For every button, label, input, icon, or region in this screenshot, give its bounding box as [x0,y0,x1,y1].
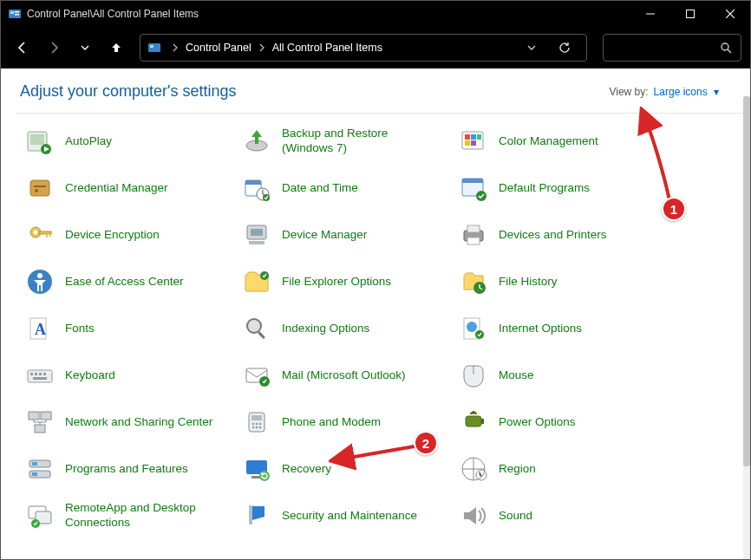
scrollbar[interactable] [743,96,750,559]
ease-icon [25,267,55,296]
cp-item-label: Date and Time [282,181,358,196]
cp-item-label: Indexing Options [282,322,369,336]
cp-item-indexing[interactable]: Indexing Options [238,311,455,346]
svg-rect-18 [30,180,49,196]
cp-item-filehistory[interactable]: File History [455,264,672,299]
cp-item-label: Recovery [282,462,331,477]
svg-rect-54 [43,373,46,375]
cp-item-label: Color Management [499,134,598,149]
back-button[interactable] [10,35,36,61]
svg-rect-6 [150,45,153,48]
recent-locations-button[interactable] [72,35,98,61]
close-button[interactable] [710,1,750,27]
cp-item-keyboard[interactable]: Keyboard [22,358,238,393]
cp-item-phone[interactable]: Phone and Modem [238,405,455,440]
svg-rect-13 [465,134,470,140]
cp-item-label: Default Programs [499,181,590,196]
maximize-button[interactable] [670,1,710,27]
svg-point-71 [472,411,475,414]
forward-button[interactable] [41,35,67,61]
cp-item-printers[interactable]: Devices and Printers [455,218,672,252]
cp-item-label: Credential Manager [65,181,168,196]
cp-item-network[interactable]: Network and Sharing Center [22,405,238,440]
cp-item-mouse[interactable]: Mouse [455,358,672,393]
search-box[interactable] [603,34,741,62]
mail-icon [242,361,271,390]
chevron-right-icon[interactable] [168,43,182,52]
svg-point-63 [252,423,255,426]
svg-rect-60 [35,425,45,433]
indexing-icon [242,314,271,343]
cp-item-encryption[interactable]: Device Encryption [22,218,238,252]
cp-item-label: RemoteApp and Desktop Connections [65,501,221,531]
address-bar[interactable]: Control Panel All Control Panel Items [140,34,587,62]
cp-item-security[interactable]: Security and Maintenance [238,498,455,533]
items-grid: AutoPlayBackup and Restore (Windows 7)Co… [20,124,743,533]
scrollbar-thumb[interactable] [743,96,750,466]
up-button[interactable] [103,35,129,61]
sound-icon [459,501,488,531]
cp-item-fonts[interactable]: AFonts [22,311,238,346]
chevron-right-icon[interactable] [255,43,269,52]
svg-rect-58 [29,412,39,420]
svg-point-40 [37,273,42,278]
cp-item-label: Power Options [499,415,576,430]
cp-item-folderopt[interactable]: File Explorer Options [238,264,455,299]
cp-item-autoplay[interactable]: AutoPlay [22,124,238,159]
cp-item-recovery[interactable]: Recovery [238,452,455,486]
svg-rect-52 [35,373,37,375]
cp-item-label: Keyboard [65,368,115,383]
svg-rect-22 [245,180,261,185]
breadcrumb-item[interactable]: All Control Panel Items [272,42,382,54]
cp-item-programs[interactable]: Programs and Features [22,452,238,486]
credential-icon [25,173,55,203]
minimize-button[interactable] [630,1,670,27]
svg-point-78 [259,471,270,481]
cp-item-datetime[interactable]: Date and Time [238,171,455,205]
cp-item-label: Sound [499,509,532,524]
cp-item-label: Devices and Printers [499,228,607,243]
refresh-button[interactable] [550,34,579,62]
cp-item-backup[interactable]: Backup and Restore (Windows 7) [238,124,455,159]
viewby-dropdown[interactable]: Large icons ▾ [654,86,719,98]
svg-point-20 [35,189,38,192]
svg-rect-19 [34,186,46,187]
svg-rect-62 [251,415,262,420]
cp-item-label: Internet Options [499,322,582,336]
cp-item-label: Mail (Microsoft Outlook) [282,368,406,383]
cp-item-ease[interactable]: Ease of Access Center [22,264,238,299]
svg-rect-70 [481,419,484,424]
viewby-label: View by: [609,86,648,98]
autoplay-icon [25,127,55,156]
svg-rect-75 [32,472,37,476]
cp-item-color[interactable]: Color Management [455,124,672,159]
svg-point-29 [34,231,38,235]
cp-item-defaults[interactable]: Default Programs [455,171,672,205]
cp-item-power[interactable]: Power Options [455,405,672,440]
cp-item-credential[interactable]: Credential Manager [22,171,238,205]
cp-item-label: Ease of Access Center [65,275,184,290]
caret-down-icon: ▾ [714,86,719,98]
address-dropdown-button[interactable] [517,34,546,62]
svg-rect-3 [15,14,19,16]
cp-item-sound[interactable]: Sound [455,498,672,533]
internet-icon [459,314,488,343]
cp-item-label: File Explorer Options [282,275,391,290]
recovery-icon [242,454,271,484]
security-icon [242,501,271,531]
devicemgr-icon [242,220,271,250]
cp-item-region[interactable]: Region [455,452,672,486]
cp-item-mail[interactable]: Mail (Microsoft Outlook) [238,358,455,393]
breadcrumb-item[interactable]: Control Panel [186,42,251,54]
cp-item-devicemgr[interactable]: Device Manager [238,218,455,252]
svg-rect-30 [39,231,51,234]
cp-item-remoteapp[interactable]: RemoteApp and Desktop Connections [22,498,238,533]
cp-item-internet[interactable]: Internet Options [455,311,672,346]
filehistory-icon [459,267,488,296]
svg-rect-37 [467,225,480,232]
control-panel-icon [8,7,22,21]
svg-text:A: A [35,321,46,338]
defaults-icon [459,173,488,203]
svg-point-7 [722,43,728,50]
cp-item-label: Programs and Features [65,462,188,477]
